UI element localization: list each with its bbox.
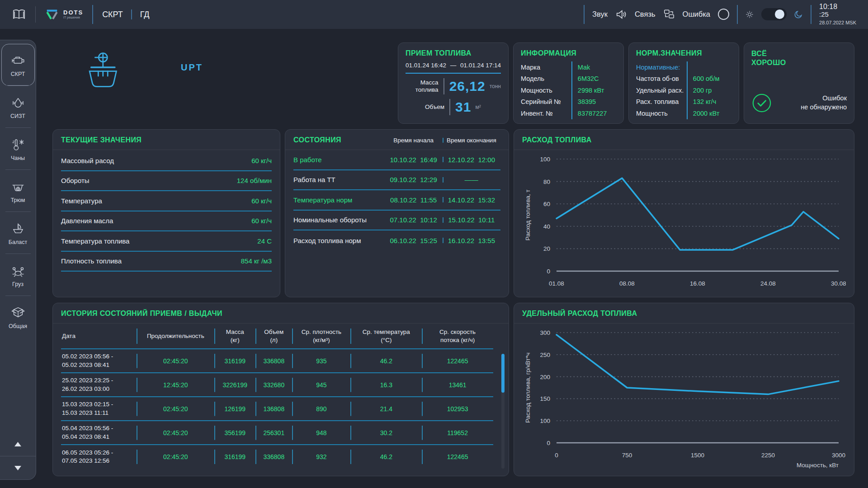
state-label: Работа на ТТ xyxy=(293,176,385,183)
norm-row-label: Мощность xyxy=(636,110,687,117)
state-label: Номинальные обороты xyxy=(293,216,385,224)
states-col-start: Время начала xyxy=(385,137,443,144)
history-cell-date: 25.02 2023 23:25 - 26.02 2023 03:00 xyxy=(61,373,137,397)
history-row: 05.02 2023 05:56 - 05.02 2023 08:4102:45… xyxy=(61,349,493,373)
state-start-time: 07.10.22 10:12 xyxy=(385,216,443,224)
current-value-value: 124 об/мин xyxy=(237,177,272,184)
current-value-label: Массовый расод xyxy=(61,157,114,164)
history-column-header: Объем (л) xyxy=(255,324,292,349)
dots-logo-icon xyxy=(45,8,59,21)
sidebar-item-4[interactable]: Баласт xyxy=(1,212,35,254)
svg-text:0: 0 xyxy=(547,440,550,446)
theme-toggle[interactable] xyxy=(761,8,787,20)
svg-text:250: 250 xyxy=(540,352,550,358)
svg-text:750: 750 xyxy=(622,452,632,459)
history-cell-density: 935 xyxy=(292,349,350,373)
info-row-value: Mak xyxy=(571,61,616,73)
tab-skrt[interactable]: СКРТ xyxy=(102,10,123,19)
divider xyxy=(131,9,132,19)
norm-row-value: 2000 кВт xyxy=(687,108,731,119)
current-value-value: 60 кг/ч xyxy=(251,197,272,205)
fuel-intake-row-unit: тонн xyxy=(490,83,501,89)
svg-text:Расход топлива, т: Расход топлива, т xyxy=(524,190,531,241)
fuel-intake-row-unit: м² xyxy=(475,104,481,110)
fuel-intake-row-value: 31 xyxy=(455,99,471,115)
history-cell-mass: 316199 xyxy=(214,349,255,373)
history-header-row: ДатаПродолжительностьМасса (кг)Объем (л)… xyxy=(61,324,493,349)
svg-text:2250: 2250 xyxy=(761,452,775,459)
history-cell-mass: 126199 xyxy=(214,397,255,421)
period-end: 01.01.24 17:14 xyxy=(460,62,501,69)
history-cell-temperature: 46.2 xyxy=(350,349,422,373)
error-status-icon[interactable] xyxy=(718,9,729,20)
svg-text:300: 300 xyxy=(540,329,550,336)
current-value-row: Давления масла 60 кг/ч xyxy=(61,211,272,232)
info-row: Инвент. № 83787227 xyxy=(521,108,616,119)
history-row: 05.04 2023 05:56 - 05.04 2023 08:4102:45… xyxy=(61,421,493,445)
states-card: СОСТОЯНИЯ Время начала Время окончания В… xyxy=(285,129,509,297)
status-ok-card: ВСЁ ХОРОШО Ошибок не обнаружено xyxy=(744,42,854,124)
info-row-label: Марка xyxy=(521,64,571,71)
information-card: ИНФОРМАЦИЯ Марка MakМодель 6M32CМощность… xyxy=(513,42,624,124)
theme-toggle-knob xyxy=(775,9,784,19)
sidebar-item-6[interactable]: Общая xyxy=(1,296,35,338)
sidebar-item-3[interactable]: Трюм xyxy=(1,170,35,212)
clock-time: 10:18 xyxy=(819,3,856,11)
state-label: В работе xyxy=(293,156,385,164)
history-row: 25.02 2023 23:25 - 26.02 2023 03:0012:45… xyxy=(61,373,493,397)
state-end-time: 16.10.22 13:55 xyxy=(443,237,500,244)
sidebar-item-1[interactable]: СИЗТ xyxy=(1,86,35,128)
sidebar-item-label: СИЗТ xyxy=(10,113,25,119)
state-start-time: 08.10.22 11:55 xyxy=(385,196,443,204)
state-end-time: 12.10.22 12:00 xyxy=(443,156,500,164)
main-content: UPT ПРИЕМ ТОПЛИВА 01.01.24 16:42 — 01.01… xyxy=(36,29,868,488)
state-label: Расход топлива норм xyxy=(293,237,385,244)
norm-row-value: 200 гр xyxy=(687,84,731,96)
history-cell-density: 948 xyxy=(292,421,350,445)
current-value-row: Температура топлива 24 С xyxy=(61,231,272,252)
history-column-header: Дата xyxy=(61,324,137,349)
info-row-value: 2998 кВт xyxy=(571,84,616,96)
sound-icon[interactable] xyxy=(615,9,627,20)
history-cell-date: 15.03 2023 02:15 - 15.03 2023 11:11 xyxy=(61,397,137,421)
states-title: СОСТОЯНИЯ xyxy=(293,136,385,144)
sidebar-item-label: Чаны xyxy=(11,155,25,161)
sidebar-item-0[interactable]: СКРТ xyxy=(1,44,35,86)
history-scrollbar[interactable] xyxy=(501,354,505,393)
sidebar-item-5[interactable]: Груз xyxy=(1,254,35,296)
history-cell-density: 890 xyxy=(292,397,350,421)
norm-row-label: Частота об-ов xyxy=(636,75,687,82)
sidebar-item-2[interactable]: Чаны xyxy=(1,128,35,170)
bottom-row: ИСТОРИЯ СОСТОЯНИЙ ПРИЕМВ / ВЫДАЧИ ДатаПр… xyxy=(52,303,854,476)
history-cell-flow: 119652 xyxy=(422,421,493,445)
fuel-intake-row-value: 26,12 xyxy=(449,79,486,94)
tab-gd[interactable]: ГД xyxy=(140,10,150,19)
info-row: Серийный № 38395 xyxy=(521,96,616,108)
state-row: Номинальные обороты 07.10.22 10:12 15.10… xyxy=(293,211,500,231)
current-value-value: 60 кг/ч xyxy=(251,157,272,164)
info-row-label: Инвент. № xyxy=(521,110,571,117)
scroll-up-icon[interactable] xyxy=(0,432,36,456)
fuel-system-icon xyxy=(10,95,26,110)
history-cell-temperature: 21.4 xyxy=(350,397,422,421)
manual-book-icon[interactable] xyxy=(12,9,26,20)
network-icon[interactable] xyxy=(663,9,675,20)
svg-text:24.08: 24.08 xyxy=(760,280,776,287)
fuel-consumption-chart: 02040608010001.0808.0816.0824.0830.08Рас… xyxy=(522,152,846,291)
history-row: 15.03 2023 02:15 - 15.03 2023 11:1102:45… xyxy=(61,397,493,421)
sidebar-item-label: Баласт xyxy=(9,239,27,245)
brand-name: DOTS xyxy=(63,9,83,16)
moon-icon xyxy=(794,10,803,19)
state-end-time: —— xyxy=(443,176,500,183)
top-tabs: СКРТ ГД xyxy=(102,9,149,19)
hero-row: UPT ПРИЕМ ТОПЛИВА 01.01.24 16:42 — 01.01… xyxy=(52,42,854,124)
history-cell-density: 932 xyxy=(292,445,350,469)
state-start-time: 06.10.22 15:25 xyxy=(385,237,443,244)
unit-title: UPT xyxy=(181,62,203,73)
scroll-down-icon[interactable] xyxy=(0,456,36,479)
hold-fan-icon xyxy=(10,179,26,194)
current-value-label: Давления масла xyxy=(61,217,113,225)
svg-text:100: 100 xyxy=(540,156,550,163)
history-cell-flow: 122465 xyxy=(422,349,493,373)
svg-text:3000: 3000 xyxy=(832,452,845,459)
